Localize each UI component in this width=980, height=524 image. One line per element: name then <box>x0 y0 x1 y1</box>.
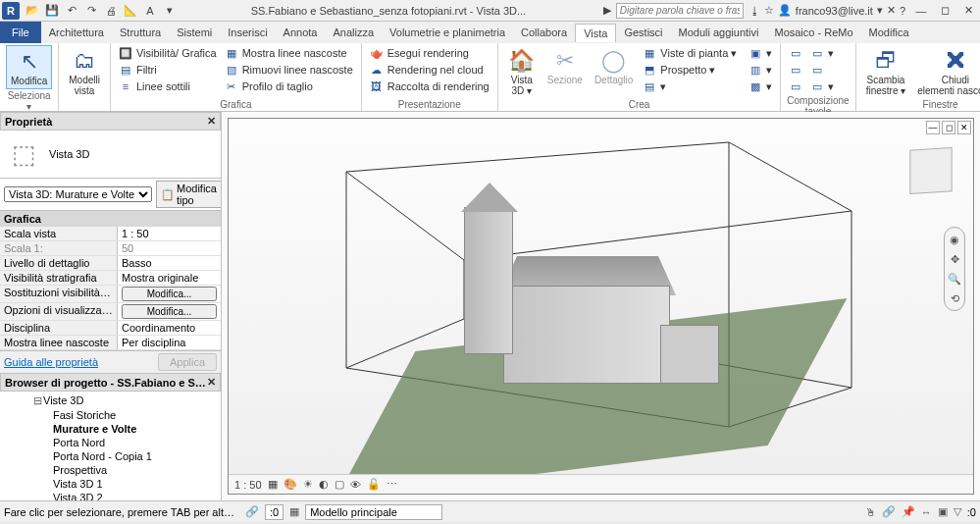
browser-close-icon[interactable]: ✕ <box>207 376 216 389</box>
status-face-icon[interactable]: ▣ <box>938 505 948 518</box>
tab-inserisci[interactable]: Inserisci <box>220 24 275 41</box>
minimize-button[interactable]: — <box>911 2 931 20</box>
viste-pianta-button[interactable]: ▦Viste di pianta ▾ <box>641 45 739 61</box>
instance-select[interactable]: Vista 3D: Murature e Volte <box>4 186 152 202</box>
signin-icon[interactable]: 👤 <box>778 4 792 17</box>
comp-1-button[interactable]: ▭ <box>787 45 804 61</box>
search-input[interactable] <box>616 3 744 19</box>
type-name[interactable]: Vista 3D <box>49 148 89 160</box>
prop-category[interactable]: Grafica <box>0 211 221 227</box>
view-shadow-icon[interactable]: ◐ <box>319 478 329 491</box>
file-tab[interactable]: File <box>0 22 41 43</box>
comp-2-button[interactable]: ▭ <box>787 62 804 78</box>
orbit-icon[interactable]: ⟲ <box>947 290 962 306</box>
view-reveal-icon[interactable]: 🔓 <box>367 478 381 491</box>
view-crop-icon[interactable]: ▢ <box>335 478 344 491</box>
view-more-icon[interactable]: ⋯ <box>387 478 397 491</box>
qat-measure-icon[interactable]: 📐 <box>122 2 139 20</box>
tab-sistemi[interactable]: Sistemi <box>169 24 220 41</box>
qat-save-icon[interactable]: 💾 <box>43 2 61 20</box>
close-button[interactable]: ✕ <box>958 2 978 20</box>
tree-item[interactable]: Vista 3D 2 <box>2 491 219 500</box>
prop-scala-vista-input[interactable] <box>122 228 217 239</box>
properties-help-link[interactable]: Guida alle proprietà <box>4 356 98 368</box>
crea-extra2-button[interactable]: ▥▾ <box>747 62 774 78</box>
tab-struttura[interactable]: Struttura <box>112 24 169 41</box>
mostra-linee-nascoste-button[interactable]: ▦Mostra linee nascoste <box>223 45 355 61</box>
view-close-icon[interactable]: ✕ <box>957 121 971 134</box>
tab-architettura[interactable]: Architettura <box>41 24 112 41</box>
prop-linee-nascoste-input[interactable] <box>122 337 217 348</box>
prospetto-button[interactable]: ⬒Prospetto ▾ <box>641 62 739 78</box>
qat-redo-icon[interactable]: ↷ <box>82 2 100 20</box>
scambia-finestre-button[interactable]: 🗗Scambia finestre ▾ <box>862 45 910 98</box>
tree-viste3d[interactable]: ⊟Viste 3D <box>2 393 219 408</box>
rendering-cloud-button[interactable]: ☁Rendering nel cloud <box>368 62 491 78</box>
prop-opzioni-button[interactable]: Modifica... <box>122 304 217 319</box>
tab-volumetrie[interactable]: Volumetrie e planimetria <box>382 24 513 41</box>
status-select-icon[interactable]: 🖱 <box>865 506 876 518</box>
tab-collabora[interactable]: Collabora <box>513 24 575 41</box>
view-maximize-icon[interactable]: ◻ <box>942 121 955 134</box>
esegui-rendering-button[interactable]: 🫖Esegui rendering <box>368 45 491 61</box>
tree-item[interactable]: Porta Nord <box>2 436 219 449</box>
prop-sostituzioni-button[interactable]: Modifica... <box>122 287 217 301</box>
tab-vista[interactable]: Vista <box>575 24 616 42</box>
tab-gestisci[interactable]: Gestisci <box>616 24 670 41</box>
qat-print-icon[interactable]: 🖨 <box>102 2 120 20</box>
comp-5-button[interactable]: ▭ <box>808 62 836 78</box>
comp-3-button[interactable]: ▭ <box>787 79 804 94</box>
favorites-icon[interactable]: ☆ <box>764 4 774 17</box>
help-icon[interactable]: ? <box>900 5 905 17</box>
vista-3d-button[interactable]: 🏠Vista 3D ▾ <box>504 45 540 98</box>
modifica-button[interactable]: ↖ Modifica <box>6 45 52 89</box>
edit-type-button[interactable]: 📋Modifica tipo <box>156 181 222 208</box>
profilo-taglio-button[interactable]: ✂Profilo di taglio <box>223 79 355 94</box>
view-minimize-icon[interactable]: — <box>926 121 940 134</box>
exchange-icon[interactable]: ✕ <box>887 4 896 17</box>
steering-wheel-icon[interactable]: ◉ <box>947 232 962 247</box>
linee-sottili-button[interactable]: ≡Linee sottili <box>117 79 219 94</box>
infocenter-icon[interactable]: ⭳ <box>749 5 760 17</box>
tab-moduli[interactable]: Moduli aggiuntivi <box>671 24 767 41</box>
view-scale[interactable]: 1 : 50 <box>234 479 262 491</box>
filtri-button[interactable]: ▤Filtri <box>117 62 219 78</box>
tree-item[interactable]: Vista 3D 1 <box>2 477 219 491</box>
tab-analizza[interactable]: Analizza <box>325 24 382 41</box>
tab-mosaico[interactable]: Mosaico - ReMo <box>766 24 860 41</box>
user-dropdown-icon[interactable]: ▾ <box>877 4 883 17</box>
raccolta-rendering-button[interactable]: 🖼Raccolta di rendering <box>368 79 491 94</box>
visibilita-grafica-button[interactable]: 🔲Visibilità/ Grafica <box>117 45 219 61</box>
tab-modifica[interactable]: Modifica <box>861 24 917 41</box>
view-style-icon[interactable]: 🎨 <box>284 478 297 491</box>
prop-disciplina-input[interactable] <box>122 322 217 334</box>
tree-item[interactable]: Porta Nord - Copia 1 <box>2 449 219 463</box>
zoom-icon[interactable]: 🔍 <box>947 271 962 287</box>
crea-more-button[interactable]: ▤▾ <box>641 79 739 94</box>
modelli-vista-button[interactable]: 🗂 Modelli vista <box>65 45 104 98</box>
apply-button[interactable]: Applica <box>158 353 217 371</box>
status-count[interactable]: :0 <box>265 504 284 520</box>
view-sun-icon[interactable]: ☀ <box>303 478 313 491</box>
view-hide-icon[interactable]: 👁 <box>350 479 361 491</box>
qat-more-icon[interactable]: ▾ <box>161 2 179 20</box>
collapse-icon[interactable]: ⊟ <box>31 394 43 407</box>
search-arrow-icon[interactable]: ▶ <box>598 2 616 20</box>
status-link-icon[interactable]: 🔗 <box>882 505 896 518</box>
comp-4-button[interactable]: ▭▾ <box>808 45 836 61</box>
user-email[interactable]: franco93@live.it <box>796 5 873 17</box>
view-detail-icon[interactable]: ▦ <box>268 478 278 491</box>
tree-item[interactable]: Fasi Storiche <box>2 408 219 422</box>
crea-extra1-button[interactable]: ▣▾ <box>747 45 774 61</box>
qat-undo-icon[interactable]: ↶ <box>63 2 80 20</box>
status-worksets-icon[interactable]: 🔗 <box>245 505 259 518</box>
group-seleziona-label[interactable]: Seleziona ▾ <box>6 89 52 113</box>
pan-icon[interactable]: ✥ <box>947 251 962 267</box>
status-editable-icon[interactable]: ▦ <box>289 505 299 518</box>
qat-open-icon[interactable]: 📂 <box>24 2 41 20</box>
viewcube[interactable] <box>909 147 952 194</box>
status-drag-icon[interactable]: ↔ <box>921 506 932 518</box>
dettaglio-button[interactable]: ◯Dettaglio <box>591 45 637 87</box>
maximize-button[interactable]: ◻ <box>935 2 954 20</box>
properties-close-icon[interactable]: ✕ <box>207 115 216 128</box>
